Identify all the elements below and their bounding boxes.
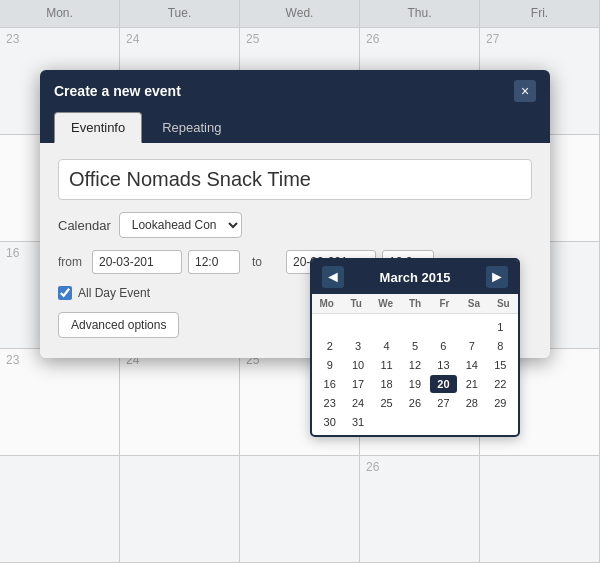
- bg-header-wed: Wed.: [240, 0, 360, 27]
- cal-day: [458, 413, 485, 431]
- cal-day[interactable]: 1: [487, 318, 514, 336]
- bg-cell: 26: [360, 456, 480, 563]
- cal-day: [373, 318, 400, 336]
- cal-next-button[interactable]: ►: [486, 266, 508, 288]
- cal-day[interactable]: 8: [487, 337, 514, 355]
- cal-popup-header: ◄ March 2015 ►: [312, 260, 518, 294]
- bg-header-tue: Tue.: [120, 0, 240, 27]
- from-date-input[interactable]: [92, 250, 182, 274]
- bg-cell: 24: [120, 349, 240, 456]
- event-title-input[interactable]: [58, 159, 532, 200]
- from-label: from: [58, 255, 86, 269]
- bg-cell: [240, 456, 360, 563]
- cal-day[interactable]: 9: [316, 356, 343, 374]
- cal-day: [487, 413, 514, 431]
- cal-day[interactable]: 29: [487, 394, 514, 412]
- bg-header-fri: Fri.: [480, 0, 600, 27]
- modal-tabs: Eventinfo Repeating: [40, 112, 550, 143]
- calendar-select[interactable]: Lookahead Con: [119, 212, 242, 238]
- cal-day[interactable]: 14: [458, 356, 485, 374]
- cal-day[interactable]: 7: [458, 337, 485, 355]
- calendar-label: Calendar: [58, 218, 111, 233]
- cal-day[interactable]: 6: [430, 337, 457, 355]
- day-header-th: Th: [400, 294, 429, 313]
- cal-day[interactable]: 25: [373, 394, 400, 412]
- cal-day[interactable]: 16: [316, 375, 343, 393]
- bg-cell: 23: [0, 349, 120, 456]
- bg-header-thu: Thu.: [360, 0, 480, 27]
- cal-day[interactable]: 26: [401, 394, 428, 412]
- cal-day[interactable]: 4: [373, 337, 400, 355]
- cal-day[interactable]: 5: [401, 337, 428, 355]
- cal-day[interactable]: 11: [373, 356, 400, 374]
- cal-popup-grid: 1234567891011121314151617181920212223242…: [312, 314, 518, 435]
- cal-day[interactable]: 28: [458, 394, 485, 412]
- to-label: to: [252, 255, 280, 269]
- cal-day[interactable]: 23: [316, 394, 343, 412]
- cal-day: [344, 318, 371, 336]
- from-time-input[interactable]: [188, 250, 240, 274]
- cal-day: [430, 318, 457, 336]
- modal-header: Create a new event ×: [40, 70, 550, 112]
- cal-day: [401, 413, 428, 431]
- cal-day: [458, 318, 485, 336]
- bg-cell: [0, 456, 120, 563]
- day-header-tu: Tu: [341, 294, 370, 313]
- bg-cell: [480, 456, 600, 563]
- bg-calendar-header: Mon. Tue. Wed. Thu. Fri.: [0, 0, 600, 28]
- modal-close-button[interactable]: ×: [514, 80, 536, 102]
- day-header-su: Su: [489, 294, 518, 313]
- cal-day[interactable]: 10: [344, 356, 371, 374]
- day-header-we: We: [371, 294, 400, 313]
- cal-day[interactable]: 24: [344, 394, 371, 412]
- calendar-row: Calendar Lookahead Con: [58, 212, 532, 238]
- modal-title: Create a new event: [54, 83, 181, 99]
- cal-days-header: Mo Tu We Th Fr Sa Su: [312, 294, 518, 314]
- tab-repeating[interactable]: Repeating: [145, 112, 238, 143]
- cal-day[interactable]: 21: [458, 375, 485, 393]
- cal-day[interactable]: 22: [487, 375, 514, 393]
- day-header-sa: Sa: [459, 294, 488, 313]
- date-picker-popup: ◄ March 2015 ► Mo Tu We Th Fr Sa Su 1234…: [310, 258, 520, 437]
- tab-eventinfo[interactable]: Eventinfo: [54, 112, 142, 143]
- cal-day: [316, 318, 343, 336]
- cal-day[interactable]: 2: [316, 337, 343, 355]
- cal-day: [401, 318, 428, 336]
- cal-day[interactable]: 17: [344, 375, 371, 393]
- cal-day[interactable]: 13: [430, 356, 457, 374]
- cal-day: [430, 413, 457, 431]
- day-header-mo: Mo: [312, 294, 341, 313]
- bg-header-mon: Mon.: [0, 0, 120, 27]
- bg-cell: [120, 456, 240, 563]
- cal-day[interactable]: 19: [401, 375, 428, 393]
- advanced-options-button[interactable]: Advanced options: [58, 312, 179, 338]
- cal-day[interactable]: 31: [344, 413, 371, 431]
- cal-day[interactable]: 15: [487, 356, 514, 374]
- cal-day[interactable]: 3: [344, 337, 371, 355]
- cal-day[interactable]: 30: [316, 413, 343, 431]
- cal-day[interactable]: 18: [373, 375, 400, 393]
- allday-label[interactable]: All Day Event: [78, 286, 150, 300]
- cal-prev-button[interactable]: ◄: [322, 266, 344, 288]
- allday-checkbox[interactable]: [58, 286, 72, 300]
- cal-day[interactable]: 20: [430, 375, 457, 393]
- day-header-fr: Fr: [430, 294, 459, 313]
- cal-popup-title: March 2015: [380, 270, 451, 285]
- cal-day[interactable]: 27: [430, 394, 457, 412]
- cal-day: [373, 413, 400, 431]
- cal-day[interactable]: 12: [401, 356, 428, 374]
